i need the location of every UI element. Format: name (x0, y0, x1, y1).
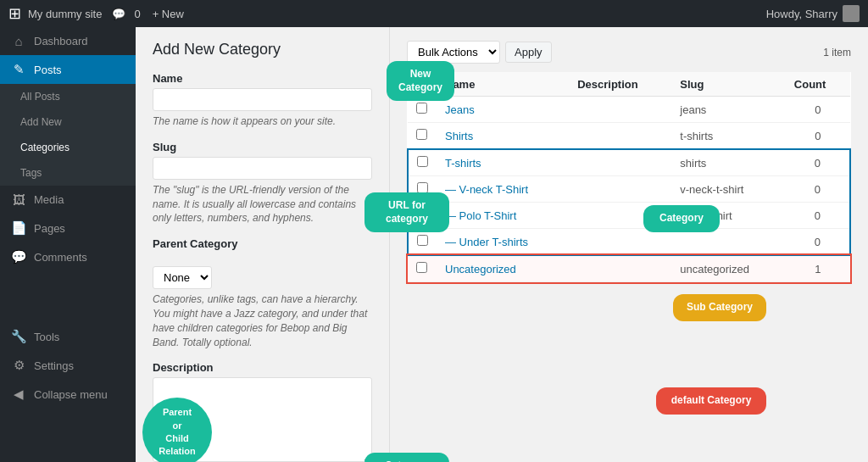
col-slug: Slug (671, 72, 786, 97)
sidebar-item-categories[interactable]: Categories (0, 135, 136, 160)
row-name-link[interactable]: T-shirts (445, 157, 481, 170)
row-checkbox[interactable] (417, 156, 428, 167)
form-title: Add New Category (153, 41, 372, 58)
comment-count: 0 (134, 8, 140, 20)
media-icon: 🖼 (10, 192, 27, 207)
select-all-checkbox[interactable] (416, 77, 427, 88)
desc-textarea[interactable] (153, 377, 372, 462)
slug-input[interactable] (153, 157, 372, 180)
row-count-cell: 0 (786, 97, 850, 123)
sidebar-item-comments[interactable]: 💬 Comments (0, 242, 136, 271)
tools-icon: 🔧 (10, 329, 27, 344)
name-label: Name (153, 72, 372, 85)
row-slug-cell: jeans (671, 97, 786, 123)
row-checkbox[interactable] (416, 129, 427, 140)
row-count-cell: 1 (786, 255, 850, 282)
sidebar-item-add-new[interactable]: Add New (0, 109, 136, 135)
sidebar-item-posts[interactable]: ✎ Posts (0, 55, 136, 84)
row-checkbox[interactable] (416, 103, 427, 114)
parent-select[interactable]: None (153, 266, 212, 289)
collapse-icon: ◀ (10, 387, 27, 402)
row-slug-cell: v-neck-t-shirt (671, 176, 786, 203)
bulk-apply-button[interactable]: Apply (505, 42, 552, 63)
row-name-link[interactable]: — Under T-shirts (445, 236, 528, 248)
row-name-cell: T-shirts (437, 149, 569, 176)
sidebar-item-pages[interactable]: 📄 Pages (0, 214, 136, 242)
posts-icon: ✎ (10, 62, 27, 77)
sidebar-pages-label: Pages (34, 222, 65, 235)
sidebar-item-dashboard[interactable]: ⌂ Dashboard (0, 27, 136, 55)
row-checkbox-cell (408, 97, 437, 123)
wp-logo-icon: ⊞ (8, 4, 21, 23)
sidebar-item-all-posts[interactable]: All Posts (0, 84, 136, 109)
row-checkbox[interactable] (417, 209, 428, 220)
sidebar-item-tools[interactable]: 🔧 Tools (0, 322, 136, 351)
parent-group: Parent Category None Categories, unlike … (153, 237, 372, 349)
comment-bubble-icon: 💬 (112, 8, 125, 20)
row-count-cell: 0 (786, 203, 850, 229)
col-desc: Description (569, 72, 671, 97)
row-name-link[interactable]: — Polo T-Shirt (445, 209, 516, 222)
header-checkbox-col (408, 72, 437, 97)
name-group: Name The name is how it appears on your … (153, 72, 372, 129)
row-name-link[interactable]: Shirts (445, 130, 473, 142)
table-row: T-shirtsshirts0 (408, 149, 850, 176)
sidebar-media-label: Media (34, 193, 64, 206)
site-name[interactable]: My dummy site (28, 8, 102, 20)
form-panel: Add New Category Name The name is how it… (136, 27, 390, 462)
row-slug-cell: t-shirts (671, 123, 786, 150)
bulk-actions-select[interactable]: Bulk Actions (407, 41, 500, 64)
slug-group: Slug The "slug" is the URL-friendly vers… (153, 141, 372, 225)
parent-help: Categories, unlike tags, can have a hier… (153, 292, 372, 349)
table-row: — Under T-shirts0 (408, 229, 850, 256)
row-count-cell: 0 (786, 149, 850, 176)
categories-table: Name Description Slug Count Jeansjeans0S… (407, 72, 851, 282)
row-desc-cell (569, 149, 671, 176)
add-new-label: Add New (20, 116, 62, 128)
row-desc-cell (569, 97, 671, 123)
sidebar-item-media[interactable]: 🖼 Media (0, 186, 136, 214)
main-content: Add New Category Name The name is how it… (136, 27, 868, 462)
sidebar-item-collapse[interactable]: ◀ Collapse menu (0, 380, 136, 409)
table-row: Jeansjeans0 (408, 97, 850, 123)
sidebar-tools-label: Tools (34, 331, 59, 343)
comments-icon: 💬 (10, 249, 27, 264)
row-checkbox-cell (408, 255, 437, 282)
new-button[interactable]: + New (153, 8, 184, 20)
row-name-link[interactable]: — V-neck T-Shirt (445, 183, 528, 196)
howdy-label: Howdy, Sharry (766, 8, 837, 20)
row-checkbox[interactable] (417, 235, 428, 246)
row-name-cell: — Under T-shirts (437, 229, 569, 256)
row-desc-cell (569, 123, 671, 150)
row-desc-cell (569, 176, 671, 203)
bulk-actions-bar: Bulk Actions Apply 1 item (407, 41, 851, 64)
row-checkbox-cell (408, 229, 437, 256)
sidebar-item-settings[interactable]: ⚙ Settings (0, 351, 136, 380)
row-name-cell: — V-neck T-Shirt (437, 176, 569, 203)
row-desc-cell (569, 203, 671, 229)
row-checkbox[interactable] (416, 262, 427, 273)
sidebar: ⌂ Dashboard ✎ Posts All Posts Add New Ca… (0, 27, 136, 462)
row-checkbox-cell (408, 149, 437, 176)
row-name-link[interactable]: Jeans (445, 103, 475, 116)
row-slug-cell: shirts (671, 149, 786, 176)
dashboard-icon: ⌂ (10, 34, 27, 48)
desc-label: Description (153, 361, 372, 374)
table-row: Shirtst-shirts0 (408, 123, 850, 150)
row-checkbox[interactable] (417, 182, 428, 193)
sidebar-settings-label: Settings (34, 359, 74, 372)
sidebar-dashboard-label: Dashboard (34, 35, 88, 47)
table-row: Uncategorizeduncategorized1 (408, 255, 850, 282)
pages-icon: 📄 (10, 220, 27, 236)
name-input[interactable] (153, 88, 372, 111)
table-row: — Polo T-Shirtpolo-t-shirt0 (408, 203, 850, 229)
table-row: — V-neck T-Shirtv-neck-t-shirt0 (408, 176, 850, 203)
sidebar-posts-label: Posts (34, 64, 62, 76)
sidebar-item-tags[interactable]: Tags (0, 160, 136, 186)
row-count-cell: 0 (786, 176, 850, 203)
row-desc-cell (569, 229, 671, 256)
all-posts-label: All Posts (20, 91, 60, 103)
col-count: Count (786, 72, 850, 97)
row-name-link[interactable]: Uncategorized (445, 263, 516, 276)
row-count-cell: 0 (786, 229, 850, 256)
